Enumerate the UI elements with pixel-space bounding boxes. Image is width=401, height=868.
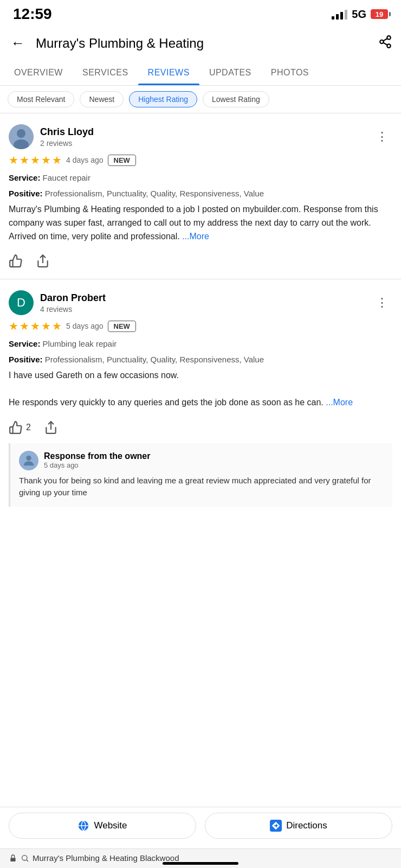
back-button[interactable]: ← (9, 33, 27, 54)
new-badge-2: NEW (108, 321, 136, 332)
owner-avatar (19, 451, 38, 470)
review-more-button-2[interactable]: ⋮ (372, 293, 392, 312)
positive-label: Positive: (9, 189, 43, 198)
action-row-2: 2 (9, 418, 392, 435)
thumbs-up-icon-2 (9, 420, 23, 435)
like-button-2[interactable]: 2 (9, 420, 31, 435)
review-more-link[interactable]: ...More (182, 232, 209, 241)
new-badge: NEW (108, 155, 136, 166)
reviewer-count: 2 reviews (40, 139, 94, 148)
service-label-2: Service: (9, 339, 40, 348)
svg-point-10 (26, 455, 31, 460)
review-positive-2: Positive: Professionalism, Punctuality, … (9, 354, 392, 366)
battery-icon: 19 (371, 9, 388, 19)
status-time: 12:59 (13, 5, 52, 23)
header: ← Murray's Plumbing & Heating (0, 26, 401, 60)
star-rating: ★ ★ ★ ★ ★ (9, 154, 62, 167)
review-more-button[interactable]: ⋮ (372, 127, 392, 146)
globe-icon (77, 820, 89, 832)
website-label: Website (94, 820, 127, 831)
reviewer-left: Chris Lloyd 2 reviews (9, 124, 94, 149)
page-title: Murray's Plumbing & Heating (36, 36, 370, 51)
filter-row: Most Relevant Newest Highest Rating Lowe… (0, 86, 401, 113)
search-bottom-bar[interactable]: Murray's Plumbing & Heating Blackwood (0, 848, 401, 868)
share-icon-2 (44, 420, 58, 435)
owner-info: Response from the owner 5 days ago (44, 451, 150, 469)
avatar (9, 124, 34, 149)
website-button[interactable]: Website (9, 813, 196, 839)
svg-point-6 (17, 129, 25, 138)
share-icon (36, 254, 50, 268)
tab-updates[interactable]: UPDATES (199, 60, 261, 85)
avatar-2: D (9, 290, 34, 315)
review-card: Chris Lloyd 2 reviews ⋮ ★ ★ ★ ★ ★ 4 days… (0, 113, 401, 279)
reviewer-left-2: D Daron Probert 4 reviews (9, 290, 106, 315)
positive-label-2: Positive: (9, 355, 43, 364)
svg-line-3 (383, 42, 387, 44)
service-label: Service: (9, 173, 40, 182)
owner-response-header: Response from the owner 5 days ago (19, 451, 384, 470)
stars-row: ★ ★ ★ ★ ★ 4 days ago NEW (9, 154, 392, 167)
reviewer-name-2: Daron Probert (40, 292, 106, 304)
star-rating-2: ★ ★ ★ ★ ★ (9, 320, 62, 333)
reviewer-info: Chris Lloyd 2 reviews (40, 126, 94, 148)
tab-services[interactable]: SERVICES (73, 60, 138, 85)
directions-button[interactable]: Directions (205, 813, 392, 839)
signal-icon (332, 9, 347, 20)
review-time-2: 5 days ago (66, 322, 104, 330)
review-service-2: Service: Plumbing leak repair (9, 338, 392, 350)
reviewer-info-2: Daron Probert 4 reviews (40, 292, 106, 314)
home-indicator (163, 862, 238, 865)
action-row (9, 252, 392, 268)
bottom-bar: Website Directions (0, 807, 401, 844)
directions-icon (270, 820, 282, 832)
owner-time: 5 days ago (44, 461, 150, 469)
directions-label: Directions (286, 820, 327, 831)
filter-newest[interactable]: Newest (80, 91, 124, 107)
filter-lowest-rating[interactable]: Lowest Rating (203, 91, 269, 107)
owner-text: Thank you for being so kind and leaving … (19, 475, 384, 499)
tab-overview[interactable]: OVERVIEW (4, 60, 73, 85)
search-icon (21, 854, 29, 863)
tab-reviews[interactable]: REVIEWS (138, 60, 199, 85)
review-card-2: D Daron Probert 4 reviews ⋮ ★ ★ ★ ★ ★ 5 … (0, 279, 401, 517)
review-more-link-2[interactable]: ...More (326, 398, 353, 407)
owner-name: Response from the owner (44, 451, 150, 461)
tab-photos[interactable]: PHOTOS (261, 60, 319, 85)
review-positive: Positive: Professionalism, Punctuality, … (9, 188, 392, 200)
svg-line-15 (27, 860, 28, 861)
review-text: Murray's Plumbing & Heating responded to… (9, 203, 392, 243)
service-value-2: Plumbing leak repair (43, 339, 117, 348)
share-review-button-2[interactable] (44, 420, 58, 435)
reviewer-row-2: D Daron Probert 4 reviews ⋮ (9, 290, 392, 315)
reviewer-name: Chris Lloyd (40, 126, 94, 138)
like-count: 2 (26, 423, 31, 432)
svg-rect-13 (10, 858, 15, 861)
svg-point-14 (22, 855, 27, 860)
reviewer-count-2: 4 reviews (40, 305, 106, 314)
share-button[interactable] (378, 35, 392, 52)
search-bottom-text: Murray's Plumbing & Heating Blackwood (33, 853, 179, 863)
lock-icon (9, 854, 17, 863)
status-right: 5G 19 (332, 8, 388, 21)
thumbs-up-icon (9, 254, 23, 268)
tab-bar: OVERVIEW SERVICES REVIEWS UPDATES PHOTOS (0, 60, 401, 86)
like-button[interactable] (9, 254, 23, 268)
reviewer-row: Chris Lloyd 2 reviews ⋮ (9, 124, 392, 149)
review-time: 4 days ago (66, 156, 104, 164)
owner-response: Response from the owner 5 days ago Thank… (9, 443, 392, 507)
share-review-button[interactable] (36, 254, 50, 268)
stars-row-2: ★ ★ ★ ★ ★ 5 days ago NEW (9, 320, 392, 333)
filter-highest-rating[interactable]: Highest Rating (129, 91, 197, 107)
review-service: Service: Faucet repair (9, 172, 392, 184)
review-text-2: I have used Gareth on a few occasions no… (9, 369, 392, 409)
svg-line-4 (383, 39, 387, 41)
service-value: Faucet repair (43, 173, 90, 182)
battery-level: 19 (376, 10, 383, 18)
positive-value: Professionalism, Punctuality, Quality, R… (45, 189, 264, 198)
positive-value-2: Professionalism, Punctuality, Quality, R… (45, 355, 264, 364)
network-label: 5G (352, 8, 366, 21)
filter-most-relevant[interactable]: Most Relevant (8, 91, 74, 107)
status-bar: 12:59 5G 19 (0, 0, 401, 26)
